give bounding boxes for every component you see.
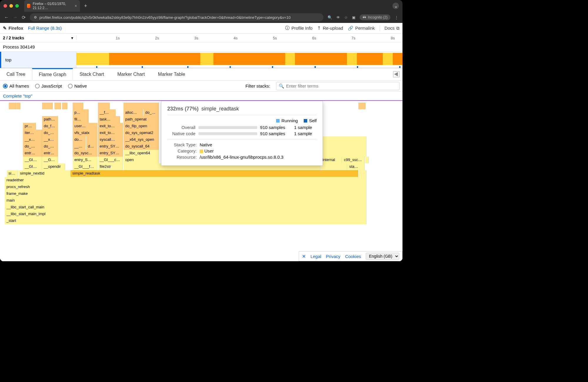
radio-native[interactable]: Native — [68, 83, 87, 88]
star-icon[interactable]: ☆ — [344, 15, 348, 20]
flame-frame[interactable] — [321, 150, 366, 157]
tracks-selector[interactable]: 2 / 2 tracks ▾ — [0, 36, 76, 40]
url-field[interactable]: ⚙ profiler.firefox.com/public/q2n5r0kfww… — [30, 13, 323, 21]
flame-graph[interactable]: 232ms (77%) simple_readtask Running Self… — [0, 100, 402, 261]
browser-tab[interactable]: Firefox – 01/01/1970, 21:12:2… × — [24, 0, 80, 12]
flame-frame[interactable]: __x… — [23, 136, 42, 143]
cast-icon[interactable]: ▣ — [352, 15, 355, 20]
flame-frame[interactable]: do_sysc… — [86, 143, 97, 150]
flame-frame[interactable] — [73, 103, 83, 109]
reload-icon[interactable]: ⟳ — [22, 15, 26, 20]
flame-frame[interactable]: __GI___f… — [73, 163, 97, 170]
profile-name[interactable]: ✎ Firefox — [3, 26, 23, 31]
collapse-sidebar-icon[interactable]: ⫷ — [393, 71, 400, 77]
eye-off-icon[interactable]: 👁 — [336, 15, 340, 20]
flame-frame[interactable]: __f… — [98, 109, 116, 116]
radio-javascript[interactable]: JavaScript — [35, 83, 62, 88]
flame-frame[interactable]: do_s… — [73, 136, 86, 143]
flame-frame[interactable]: c99_sscanf — [342, 157, 365, 163]
flame-frame[interactable]: __libc_start_main_impl — [5, 211, 366, 217]
radio-all-frames[interactable]: All frames — [3, 83, 29, 88]
flame-frame[interactable] — [12, 103, 16, 109]
flame-frame[interactable] — [42, 103, 53, 109]
tab-marker-chart[interactable]: Marker Chart — [111, 68, 151, 80]
flame-frame[interactable]: __x6… — [42, 136, 58, 143]
flame-frame[interactable]: _start — [5, 217, 366, 224]
flame-frame[interactable]: sta… — [348, 163, 365, 170]
flame-frame[interactable]: do_syscall_64 — [123, 143, 159, 150]
tab-call-tree[interactable]: Call Tree — [0, 68, 32, 80]
flame-frame[interactable]: user… — [73, 123, 97, 130]
flame-frame[interactable]: main — [5, 197, 366, 204]
flame-frame[interactable]: vfs_statx — [73, 130, 97, 136]
flame-frame[interactable]: entry_SYSCALL — [98, 143, 123, 150]
permalink-button[interactable]: 🔗Permalink — [348, 26, 375, 31]
flame-frame[interactable]: __libc_start_call_main — [5, 204, 366, 211]
flame-frame[interactable] — [54, 103, 61, 109]
menu-icon[interactable]: ⋮ — [395, 15, 398, 20]
process-row[interactable]: Process 304149 — [0, 42, 402, 52]
flame-frame[interactable]: entry_S… — [73, 157, 97, 163]
new-tab-button[interactable]: + — [82, 3, 90, 9]
flame-frame[interactable]: __GI… — [23, 163, 42, 170]
flame-frame[interactable]: do_filp_open — [123, 123, 159, 130]
footer-close-icon[interactable]: ✕ — [302, 254, 306, 259]
flame-frame[interactable]: entr… — [23, 150, 42, 157]
flame-frame[interactable]: frame_make — [5, 190, 366, 197]
profile-info-button[interactable]: ⓘProfile Info — [285, 25, 313, 31]
flame-frame[interactable]: do_sysc… — [73, 150, 97, 157]
flame-frame[interactable] — [62, 103, 67, 109]
docs-button[interactable]: Docs⧉ — [385, 26, 400, 31]
thread-activity[interactable] — [76, 52, 402, 68]
flame-frame[interactable]: __GI… — [42, 157, 58, 163]
flame-frame[interactable]: syscall… — [98, 136, 123, 143]
flame-frame[interactable]: path… — [42, 116, 58, 123]
flame-frame[interactable]: internal — [321, 157, 342, 163]
flame-frame[interactable] — [365, 157, 369, 163]
flame-frame[interactable]: exit_to… — [98, 130, 123, 136]
flame-frame[interactable] — [321, 143, 366, 150]
flame-frame[interactable]: do_f… — [42, 123, 58, 130]
tab-flame-graph[interactable]: Flame Graph — [32, 68, 73, 80]
flame-frame[interactable]: simple_nexttid — [18, 170, 70, 177]
flame-frame[interactable]: __x64_sys_open — [123, 136, 159, 143]
tab-marker-table[interactable]: Marker Table — [151, 68, 192, 80]
tabs-overflow-icon[interactable]: ⌄ — [392, 3, 399, 9]
legal-link[interactable]: Legal — [310, 254, 321, 259]
flame-frame[interactable]: entry_SY… — [98, 150, 123, 157]
flame-frame[interactable]: entry… — [42, 150, 58, 157]
minimize-window-icon[interactable] — [9, 4, 13, 8]
flame-frame[interactable]: path_openat — [123, 116, 159, 123]
flame-frame[interactable]: si… — [7, 170, 18, 177]
flame-frame[interactable]: do_open — [143, 109, 159, 116]
flame-frame[interactable] — [16, 103, 20, 109]
filter-input[interactable] — [286, 83, 397, 88]
flame-frame[interactable]: open — [123, 157, 159, 163]
thread-label[interactable]: top — [0, 52, 76, 68]
flame-frame[interactable]: procs_refresh — [5, 184, 366, 190]
flame-frame[interactable] — [321, 136, 366, 143]
close-window-icon[interactable] — [4, 4, 7, 8]
reupload-button[interactable]: ⤒Re-upload — [317, 26, 343, 31]
incognito-badge[interactable]: 🕶 Incognito (2) — [360, 14, 390, 20]
privacy-link[interactable]: Privacy — [326, 254, 340, 259]
flame-frame[interactable]: fil… — [73, 116, 88, 123]
tune-icon[interactable]: ⚙ — [34, 15, 37, 19]
flame-frame[interactable]: alloc… — [123, 109, 143, 116]
flame-frame[interactable] — [321, 163, 347, 170]
flame-frame[interactable]: do_s… — [42, 143, 58, 150]
flame-frame[interactable] — [358, 103, 365, 109]
cookies-link[interactable]: Cookies — [345, 254, 361, 259]
flame-frame[interactable]: file2str — [98, 163, 123, 170]
flame-frame[interactable] — [123, 103, 159, 109]
tab-stack-chart[interactable]: Stack Chart — [73, 68, 111, 80]
flame-frame[interactable] — [98, 103, 110, 109]
flame-frame[interactable] — [86, 136, 97, 143]
language-select[interactable]: English (GB) — [366, 253, 399, 260]
flame-frame[interactable]: __GI___cl… — [98, 157, 123, 163]
flame-frame[interactable]: __libc_open64 — [123, 150, 159, 157]
flame-frame[interactable]: do_s… — [42, 130, 58, 136]
back-icon[interactable]: ← — [4, 15, 9, 20]
range-selector[interactable]: Full Range (8.3s) — [28, 26, 62, 31]
tab-close-icon[interactable]: × — [75, 4, 77, 8]
